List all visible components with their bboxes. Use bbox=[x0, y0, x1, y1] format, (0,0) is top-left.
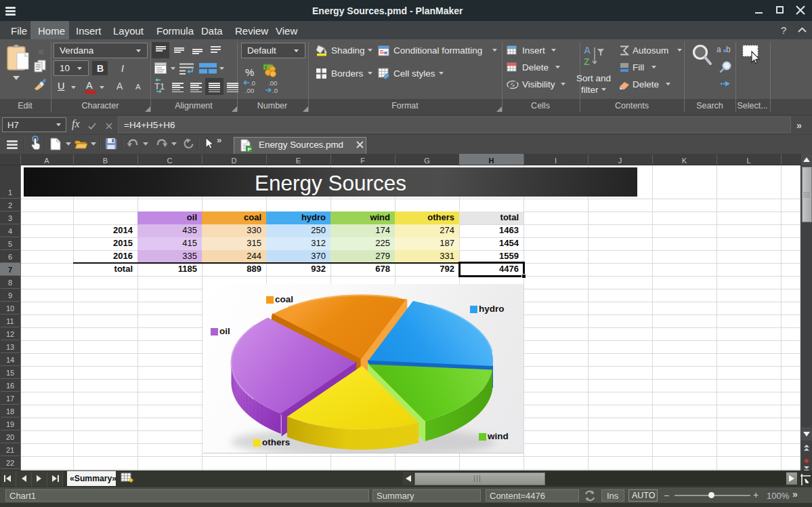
svg-text:A: A bbox=[584, 45, 591, 56]
svg-text:Z: Z bbox=[584, 56, 590, 67]
svg-text:.0: .0 bbox=[272, 87, 278, 94]
svg-text:P: P bbox=[248, 146, 252, 153]
svg-text:.00: .00 bbox=[245, 87, 254, 94]
svg-text:.0: .0 bbox=[250, 80, 255, 87]
svg-text:.00: .00 bbox=[268, 80, 277, 87]
svg-text:€: € bbox=[265, 65, 268, 70]
svg-text:T1: T1 bbox=[154, 81, 165, 92]
